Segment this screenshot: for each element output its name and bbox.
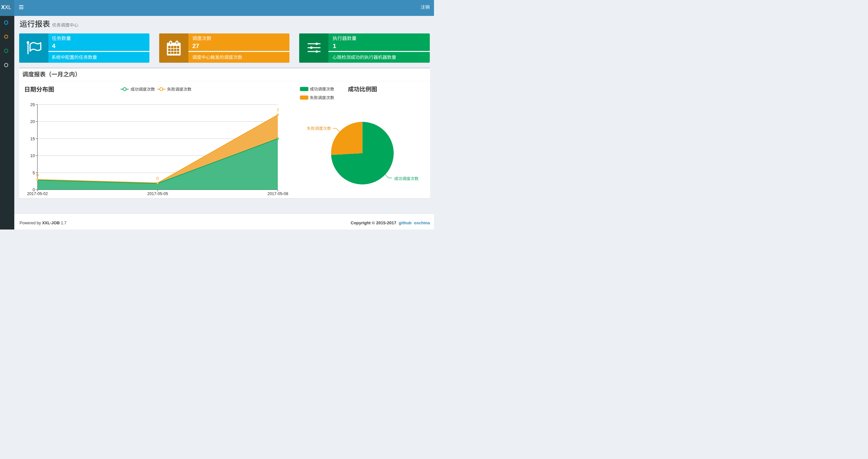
svg-text:2017-05-02: 2017-05-02 [27, 192, 48, 196]
svg-text:7: 7 [276, 108, 279, 112]
svg-text:4: 4 [52, 42, 56, 50]
svg-text:Powered by XXL-JOB 1.7: Powered by XXL-JOB 1.7 [20, 221, 67, 225]
svg-text:2017-05-08: 2017-05-08 [267, 192, 288, 196]
svg-text:20: 20 [30, 119, 35, 124]
svg-text:25: 25 [30, 102, 35, 107]
svg-text:Copyright © 2015-2017 github: Copyright © 2015-2017 github oschina [351, 221, 430, 225]
svg-text:XXL: XXL [1, 4, 11, 10]
svg-text:5: 5 [32, 170, 35, 175]
svg-text:10: 10 [30, 153, 35, 158]
svg-text:0: 0 [156, 176, 159, 181]
svg-text:2017-05-05: 2017-05-05 [147, 192, 168, 196]
svg-text:0: 0 [36, 173, 39, 177]
svg-text:27: 27 [192, 42, 199, 50]
svg-text:15: 15 [30, 136, 35, 141]
svg-text:1: 1 [333, 42, 336, 50]
